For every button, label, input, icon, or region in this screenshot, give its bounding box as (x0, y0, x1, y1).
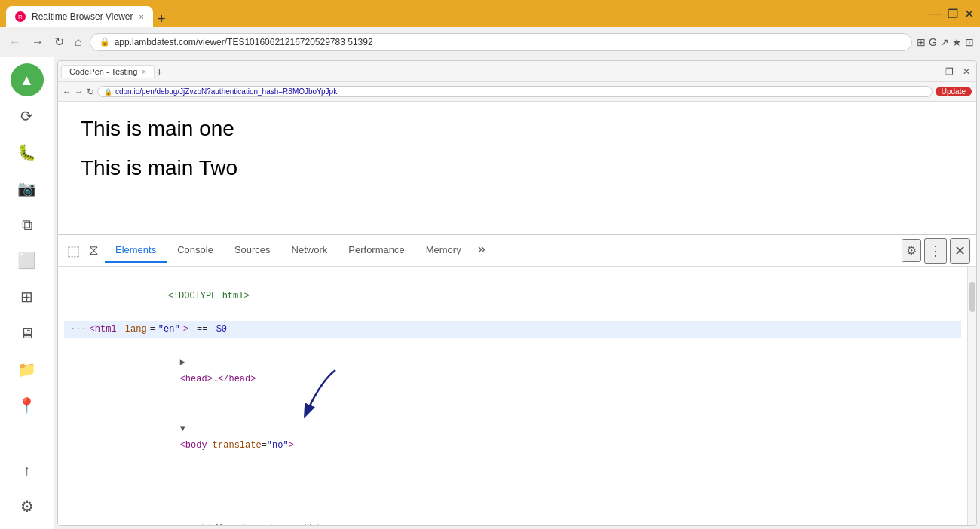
extensions-btn[interactable]: ⊞ (917, 36, 926, 48)
folder-btn[interactable]: 📁 (11, 353, 44, 386)
expand-body-btn[interactable]: ▼ (180, 424, 185, 434)
inner-content-area: This is main one This is main Two ⬚ ⧖ El… (58, 102, 976, 525)
copy-btn[interactable]: ⧉ (11, 208, 44, 241)
share-btn[interactable]: ↗ (940, 36, 949, 48)
inner-close-btn[interactable]: ✕ (960, 66, 973, 77)
dom-scroll-area: <!DOCTYPE html> ··· <html lang="en"> == … (58, 267, 976, 525)
bookmark-btn[interactable]: ★ (952, 36, 962, 48)
devtools-settings-btn[interactable]: ⚙ (902, 239, 921, 262)
up-arrow-btn[interactable]: ▲ (11, 63, 44, 96)
tab-elements[interactable]: Elements (105, 238, 167, 263)
devtools-tabs: Elements Console Sources Network (105, 238, 899, 263)
devtools-menu-btn[interactable]: ⋮ (924, 238, 947, 264)
new-tab-btn[interactable]: + (153, 11, 170, 27)
device-toggle-btn[interactable]: ⧖ (86, 240, 102, 261)
dom-p-line[interactable]: <p>This is main one</p> (64, 503, 961, 525)
tab-console[interactable]: Console (167, 238, 224, 263)
tab-label: Realtime Browser Viewer (32, 11, 133, 22)
doctype-text: <!DOCTYPE html> (168, 291, 250, 301)
layers-btn[interactable]: ⊞ (11, 280, 44, 313)
html-open-tag: <html (90, 321, 122, 338)
address-actions: ⊞ G ↗ ★ ⊡ (917, 36, 974, 48)
more-tabs-btn[interactable]: » (472, 238, 492, 263)
devtools-toolbar: ⬚ ⧖ Elements Console Sources (58, 235, 976, 267)
inner-update-btn[interactable]: Update (936, 87, 972, 96)
inner-tab-label: CodePen - Testing (69, 67, 137, 76)
inner-maximize-btn[interactable]: ❐ (942, 66, 957, 77)
inner-browser: CodePen - Testing × + — ❐ ✕ ← → ↻ 🔒 cdpn… (57, 60, 977, 526)
location-btn[interactable]: 📍 (11, 389, 44, 422)
inner-url-text: cdpn.io/pen/debug/JjZvzbN?authentication… (115, 87, 337, 96)
camera-btn[interactable]: 📷 (11, 172, 44, 205)
display-btn[interactable]: ⬜ (11, 244, 44, 277)
element-picker-btn[interactable]: ⬚ (64, 240, 83, 262)
upload-btn[interactable]: ↑ (11, 454, 44, 487)
sidebar-toggle-btn[interactable]: ⊡ (965, 36, 974, 48)
dom-html-line[interactable]: ··· <html lang="en"> == $0 (64, 321, 961, 338)
address-bar: ← → ↻ ⌂ 🔒 app.lambdatest.com/viewer/TES1… (0, 27, 980, 57)
google-btn[interactable]: G (929, 36, 937, 48)
window-controls: — ❐ ✕ (929, 7, 974, 21)
inner-window-controls: — ❐ ✕ (924, 66, 973, 77)
dom-dots: ··· (70, 321, 87, 338)
dom-tree: <!DOCTYPE html> ··· <html lang="en"> == … (58, 267, 967, 525)
inner-back-btn[interactable]: ← (63, 87, 72, 97)
url-text: app.lambdatest.com/viewer/TES10160621216… (115, 37, 902, 47)
inner-forward-btn[interactable]: → (75, 87, 84, 97)
monitor-btn[interactable]: 🖥 (11, 316, 44, 350)
minimize-btn[interactable]: — (929, 7, 942, 20)
bug-btn[interactable]: 🐛 (11, 136, 44, 169)
tab-bar: R Realtime Browser Viewer × + (6, 0, 923, 27)
inner-tab-bar: CodePen - Testing × + — ❐ ✕ (58, 61, 976, 82)
expand-head-btn[interactable]: ▶ (180, 357, 185, 368)
left-sidebar: ▲ ⟳ 🐛 📷 ⧉ ⬜ ⊞ 🖥 📁 📍 ↑ ⚙ (0, 57, 54, 529)
devtools-close-btn[interactable]: ✕ (950, 238, 970, 264)
sync-btn[interactable]: ⟳ (11, 99, 44, 133)
devtools-scrollbar[interactable] (967, 267, 976, 525)
page-heading-1: This is main one (81, 117, 954, 141)
page-heading-2: This is main Two (81, 156, 954, 180)
forward-btn[interactable]: → (29, 34, 47, 50)
tab-network[interactable]: Network (281, 238, 338, 263)
settings-btn[interactable]: ⚙ (11, 490, 44, 523)
inner-url-box[interactable]: 🔒 cdpn.io/pen/debug/JjZvzbN?authenticati… (97, 86, 933, 97)
dom-head-line[interactable]: ▶ <head>…</head> (64, 338, 961, 404)
tab-memory[interactable]: Memory (415, 238, 472, 263)
browser-window: ▲ ⟳ 🐛 📷 ⧉ ⬜ ⊞ 🖥 📁 📍 ↑ ⚙ CodePen - Testin… (0, 57, 980, 529)
tab-performance[interactable]: Performance (338, 238, 415, 263)
inner-new-tab-btn[interactable]: + (156, 66, 162, 78)
tab-close-btn[interactable]: × (139, 12, 144, 21)
maximize-btn[interactable]: ❐ (948, 7, 958, 21)
close-window-btn[interactable]: ✕ (964, 7, 974, 21)
home-btn[interactable]: ⌂ (72, 34, 85, 50)
back-btn[interactable]: ← (6, 34, 24, 50)
devtools-panel: ⬚ ⧖ Elements Console Sources (58, 234, 976, 525)
devtools-scroll-thumb[interactable] (969, 282, 975, 312)
inner-tab-close[interactable]: × (142, 68, 146, 76)
dom-body-line[interactable]: ▼ <body translate="no"> (64, 404, 961, 503)
browser-tab[interactable]: R Realtime Browser Viewer × (6, 6, 153, 27)
refresh-btn[interactable]: ↻ (51, 33, 67, 50)
dom-doctype-line: <!DOCTYPE html> (64, 271, 961, 321)
title-bar: R Realtime Browser Viewer × + — ❐ ✕ (0, 0, 980, 27)
dom-tree-content: <!DOCTYPE html> ··· <html lang="en"> == … (58, 267, 967, 525)
url-box[interactable]: 🔒 app.lambdatest.com/viewer/TES101606212… (90, 33, 912, 51)
inner-tab[interactable]: CodePen - Testing × (61, 65, 155, 78)
tab-sources[interactable]: Sources (224, 238, 281, 263)
inner-refresh-btn[interactable]: ↻ (87, 87, 94, 97)
page-content: This is main one This is main Two (58, 102, 976, 234)
inner-address-bar: ← → ↻ 🔒 cdpn.io/pen/debug/JjZvzbN?authen… (58, 82, 976, 102)
inner-minimize-btn[interactable]: — (924, 66, 939, 77)
tab-favicon: R (15, 11, 26, 22)
inner-lock-icon: 🔒 (104, 88, 112, 96)
lock-icon: 🔒 (100, 37, 110, 47)
